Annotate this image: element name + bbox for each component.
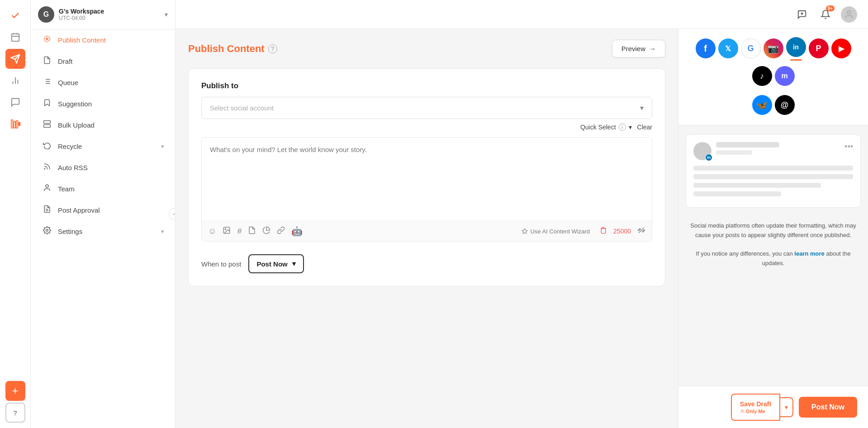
image-icon[interactable] [223, 226, 231, 237]
nav-item-settings[interactable]: Settings ▾ [31, 221, 175, 242]
save-draft-options-button[interactable]: ▾ [780, 397, 793, 417]
google-icon-wrap: G [741, 38, 761, 58]
content-textarea[interactable] [202, 138, 652, 219]
recycle-icon [42, 141, 52, 152]
bottom-action-bar: Save Draft Only Me ▾ Post Now [678, 386, 868, 428]
sidebar-icon-help[interactable]: ? [5, 403, 25, 423]
linkedin-badge: in [705, 154, 712, 161]
post-now-select-label: Post Now [256, 260, 287, 268]
svg-point-22 [44, 169, 45, 170]
only-me-label: Only Me [746, 408, 765, 414]
top-bar-actions: 9+ [794, 6, 857, 23]
nav-item-post-approval[interactable]: Post Approval [31, 200, 175, 221]
instagram-button[interactable]: 📷 [764, 38, 783, 58]
notification-badge: 9+ [826, 5, 835, 11]
sidebar-icon-messages[interactable] [5, 92, 25, 112]
facebook-button[interactable]: f [696, 38, 716, 58]
link-icon[interactable] [277, 226, 285, 237]
pie-chart-icon[interactable] [262, 226, 270, 237]
linkedin-button[interactable]: in [786, 37, 806, 57]
svg-rect-11 [16, 121, 18, 128]
preview-line-1 [693, 166, 853, 171]
account-select-dropdown[interactable]: Select social account ▾ [201, 97, 652, 119]
icon-sidebar: + ? [0, 0, 31, 428]
post-approval-icon [42, 205, 52, 215]
emoji-icon[interactable]: ☺ [208, 227, 216, 236]
help-icon-button[interactable]: ? [268, 44, 277, 53]
trash-icon[interactable] [600, 227, 607, 236]
nav-item-recycle[interactable]: Recycle ▾ [31, 136, 175, 157]
quick-select-button[interactable]: Quick Select i ▾ [580, 124, 632, 131]
magic-wand-icon[interactable] [637, 226, 645, 237]
sidebar-icon-analytics[interactable] [5, 71, 25, 90]
top-bar: 9+ [175, 0, 868, 29]
preview-notice: Social media platforms often update thei… [678, 217, 868, 277]
active-indicator [790, 59, 802, 61]
ai-wizard-label: Use AI Content Wizard [531, 228, 590, 235]
preview-more-button[interactable]: ••• [844, 142, 853, 152]
nav-item-bulk-upload[interactable]: Bulk Upload [31, 114, 175, 136]
workspace-timezone: UTC-04:00 [59, 15, 160, 21]
hashtag-icon[interactable]: # [237, 227, 242, 236]
tiktok-icon-wrap: ♪ [752, 66, 772, 86]
svg-point-29 [847, 10, 850, 14]
workspace-info: G's Workspace UTC-04:00 [59, 8, 160, 21]
preview-line-2 [693, 174, 853, 179]
preview-line-4 [693, 191, 781, 196]
preview-button[interactable]: Preview → [612, 40, 665, 57]
nav-item-auto-rss[interactable]: Auto RSS [31, 157, 175, 178]
draft-icon [42, 56, 52, 67]
sidebar-icon-calendar[interactable] [5, 27, 25, 47]
workspace-selector[interactable]: G G's Workspace UTC-04:00 ▾ [31, 0, 175, 29]
mastodon-icon-wrap: m [775, 66, 795, 86]
nav-item-team[interactable]: Team [31, 178, 175, 200]
nav-label-bulk-upload: Bulk Upload [58, 121, 164, 129]
save-draft-button[interactable]: Save Draft Only Me [731, 394, 780, 421]
social-icons-section: f 𝕏 G 📷 in P [678, 29, 868, 125]
mastodon-button[interactable]: m [775, 66, 795, 86]
post-now-button[interactable]: Post Now [799, 397, 857, 418]
character-count: 25000 [613, 228, 631, 235]
linkedin-icon-wrap: in [786, 37, 806, 57]
nav-label-post-approval: Post Approval [58, 206, 164, 214]
content-wrapper: Publish Content ? Preview → Publish to S… [175, 29, 868, 428]
ai-content-wizard-button[interactable]: Use AI Content Wizard [518, 226, 594, 237]
nav-item-draft[interactable]: Draft [31, 51, 175, 72]
settings-icon [42, 226, 52, 237]
youtube-icon-wrap: ▶ [831, 38, 851, 58]
sidebar-icon-listening[interactable] [5, 114, 25, 134]
youtube-button[interactable]: ▶ [831, 38, 851, 58]
nav-item-queue[interactable]: Queue [31, 72, 175, 93]
nav-label-queue: Queue [58, 79, 164, 86]
preview-arrow-icon: → [649, 45, 656, 52]
notification-bell-button[interactable]: 9+ [817, 6, 834, 23]
preview-sub-line [716, 150, 752, 155]
svg-rect-20 [44, 121, 51, 124]
sidebar-icon-checkmark[interactable] [5, 5, 25, 25]
sidebar-icon-add[interactable]: + [5, 381, 25, 401]
post-now-select[interactable]: Post Now ▾ [248, 254, 304, 273]
tiktok-button[interactable]: ♪ [752, 66, 772, 86]
user-avatar[interactable] [841, 6, 857, 23]
nav-label-settings: Settings [58, 228, 156, 235]
threads-button[interactable]: @ [775, 95, 795, 115]
preview-panel: f 𝕏 G 📷 in P [678, 29, 868, 428]
bluesky-button[interactable]: 🦋 [752, 95, 772, 115]
learn-more-link[interactable]: learn more [794, 250, 824, 257]
page-title: Publish Content [188, 43, 265, 55]
quick-select-info-icon: i [619, 124, 626, 131]
document-icon[interactable] [248, 226, 256, 237]
social-row-2: 🦋 @ [686, 95, 861, 125]
nav-item-publish-content[interactable]: Publish Content [31, 29, 175, 51]
preview-label: Preview [621, 45, 645, 52]
robot-icon[interactable]: 🤖 [291, 226, 303, 237]
sidebar-icon-publish[interactable] [5, 49, 25, 69]
clear-button[interactable]: Clear [637, 124, 652, 131]
when-to-post-row: When to post Post Now ▾ [201, 254, 652, 273]
twitter-button[interactable]: 𝕏 [718, 38, 738, 58]
pinterest-button[interactable]: P [809, 38, 829, 58]
suggestion-icon [42, 99, 52, 109]
compose-icon-button[interactable] [794, 6, 810, 23]
nav-item-suggestion[interactable]: Suggestion [31, 93, 175, 114]
google-button[interactable]: G [741, 38, 761, 58]
